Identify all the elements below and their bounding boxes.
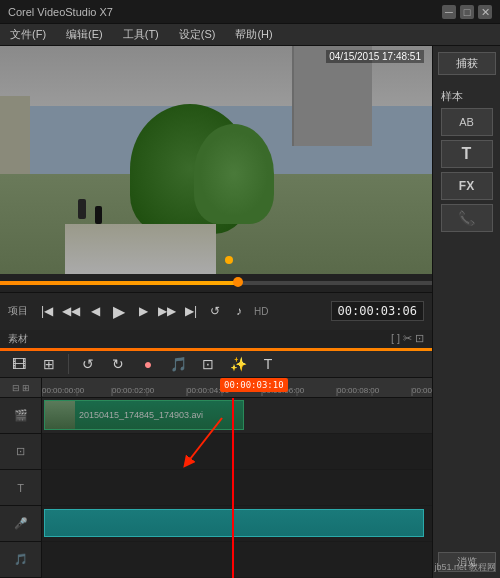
player-controls: 项目 |◀ ◀◀ ◀ ▶ ▶ ▶▶ ▶| ↺ ♪ HD 00:00:03:06	[0, 292, 432, 330]
timeline-area: ⊟ ⊞ 🎬 ⊡ T 🎤	[0, 378, 432, 578]
project-label: 项目	[8, 304, 28, 318]
cancel-btn[interactable]: 消览	[438, 552, 496, 572]
tl-film-btn[interactable]: 🎞	[6, 351, 32, 377]
track-row-title	[42, 470, 432, 506]
bracket-start-btn[interactable]: [	[391, 332, 394, 345]
tl-transition-btn[interactable]: ⊡	[195, 351, 221, 377]
bracket-end-btn[interactable]: ]	[397, 332, 400, 345]
track-label-overlay: ⊡	[0, 434, 41, 470]
track-label-music: 🎵	[0, 542, 41, 578]
progress-thumb[interactable]	[233, 277, 243, 287]
track-row-overlay	[42, 434, 432, 470]
scene-tree2	[194, 124, 274, 224]
tl-audio-btn[interactable]: 🎵	[165, 351, 191, 377]
preview-timestamp: 04/15/2015 17:48:51	[326, 50, 424, 63]
tool-phone[interactable]: 📞	[441, 204, 493, 232]
zoom-out-btn[interactable]: ⊟	[12, 383, 20, 393]
hd-label: HD	[254, 306, 268, 317]
source-row: 素材 [ ] ✂ ⊡	[0, 330, 432, 348]
next-btn[interactable]: ▶	[132, 300, 154, 322]
tl-record-btn[interactable]: ●	[135, 351, 161, 377]
close-btn[interactable]: ✕	[478, 5, 492, 19]
go-end-btn[interactable]: ▶|	[180, 300, 202, 322]
progress-fill	[0, 281, 238, 285]
center-content: 04/15/2015 17:48:51 项目 |◀ ◀◀ ◀ ▶ ▶ ▶▶ ▶|	[0, 46, 432, 578]
capture-btn[interactable]: 捕获	[438, 52, 496, 75]
window-controls: ─ □ ✕	[442, 5, 492, 19]
title-bar: Corel VideoStudio X7 ─ □ ✕	[0, 0, 500, 24]
tl-title-btn[interactable]: T	[255, 351, 281, 377]
music-track-icon: 🎵	[14, 553, 28, 566]
timecode-display: 00:00:03:06	[331, 301, 424, 321]
content-area: 04/15/2015 17:48:51 项目 |◀ ◀◀ ◀ ▶ ▶ ▶▶ ▶|	[0, 46, 500, 578]
tool-fx[interactable]: FX	[441, 172, 493, 200]
repeat-btn[interactable]: ↺	[204, 300, 226, 322]
sample-label: 样本	[441, 89, 463, 104]
track-labels: ⊟ ⊞ 🎬 ⊡ T 🎤	[0, 378, 42, 578]
menu-edit[interactable]: 编辑(E)	[62, 25, 107, 44]
menu-file[interactable]: 文件(F)	[6, 25, 50, 44]
track-row-video: 20150415_174845_174903.avi	[42, 398, 432, 434]
minimize-btn[interactable]: ─	[442, 5, 456, 19]
prev-frame-btn[interactable]: ◀◀	[60, 300, 82, 322]
ruler-spacer: ⊟ ⊞	[0, 378, 41, 398]
prev-btn[interactable]: ◀	[84, 300, 106, 322]
track-row-music	[42, 542, 432, 578]
tl-separator-1	[68, 354, 69, 374]
title-track-icon: T	[17, 482, 24, 494]
go-start-btn[interactable]: |◀	[36, 300, 58, 322]
timeline-section: 🎞 ⊞ ↺ ↻ ● 🎵 ⊡ ✨ T	[0, 351, 432, 579]
voice-track-icon: 🎤	[14, 517, 28, 530]
tl-effects-btn[interactable]: ✨	[225, 351, 251, 377]
overlay-track-icon: ⊡	[16, 445, 25, 458]
right-panel: 捕获 样本 AB T FX 📞 消览	[432, 46, 500, 578]
preview-scene: 04/15/2015 17:48:51	[0, 46, 432, 274]
app-title: Corel VideoStudio X7	[8, 6, 113, 18]
scene-path	[65, 224, 216, 274]
edit-controls: [ ] ✂ ⊡	[391, 332, 424, 345]
menu-bar: 文件(F) 编辑(E) 工具(T) 设定(S) 帮助(H)	[0, 24, 500, 46]
audio-fill	[44, 509, 424, 537]
clip-name: 20150415_174845_174903.avi	[79, 410, 203, 420]
progress-track	[0, 281, 432, 285]
preview-person	[78, 199, 86, 219]
cancel-area: 消览	[438, 552, 496, 572]
menu-tools[interactable]: 工具(T)	[119, 25, 163, 44]
preview-person2	[95, 206, 102, 224]
volume-btn[interactable]: ♪	[228, 300, 250, 322]
zoom-in-btn[interactable]: ⊞	[22, 383, 30, 393]
maximize-btn[interactable]: □	[460, 5, 474, 19]
play-btn[interactable]: ▶	[108, 300, 130, 322]
video-clip[interactable]: 20150415_174845_174903.avi	[44, 400, 244, 430]
menu-help[interactable]: 帮助(H)	[231, 25, 276, 44]
cut-btn[interactable]: ✂	[403, 332, 412, 345]
progress-bar[interactable]	[0, 274, 432, 292]
tl-undo-btn[interactable]: ↺	[75, 351, 101, 377]
app-wrapper: Corel VideoStudio X7 ─ □ ✕ 文件(F) 编辑(E) 工…	[0, 0, 500, 578]
timeline-toolbar: 🎞 ⊞ ↺ ↻ ● 🎵 ⊡ ✨ T	[0, 351, 432, 379]
next-frame-btn[interactable]: ▶▶	[156, 300, 178, 322]
tl-photo-btn[interactable]: ⊞	[36, 351, 62, 377]
video-track-icon: 🎬	[14, 409, 28, 422]
time-tooltip: 00:00:03:10	[220, 378, 288, 392]
menu-settings[interactable]: 设定(S)	[175, 25, 220, 44]
tool-ab[interactable]: AB	[441, 108, 493, 136]
track-label-title: T	[0, 470, 41, 506]
clip-thumbnail	[45, 401, 75, 429]
tl-redo-btn[interactable]: ↻	[105, 351, 131, 377]
track-content: 00:00:00:00 00:00:02:00 00:00:04:00 00:0…	[42, 378, 432, 578]
track-label-video: 🎬	[0, 398, 41, 434]
tool-text[interactable]: T	[441, 140, 493, 168]
preview-dot	[225, 256, 233, 264]
source-label: 素材	[8, 332, 28, 346]
copy-btn[interactable]: ⊡	[415, 332, 424, 345]
track-label-voice: 🎤	[0, 506, 41, 542]
track-row-voice	[42, 506, 432, 542]
preview-panel: 04/15/2015 17:48:51	[0, 46, 432, 274]
